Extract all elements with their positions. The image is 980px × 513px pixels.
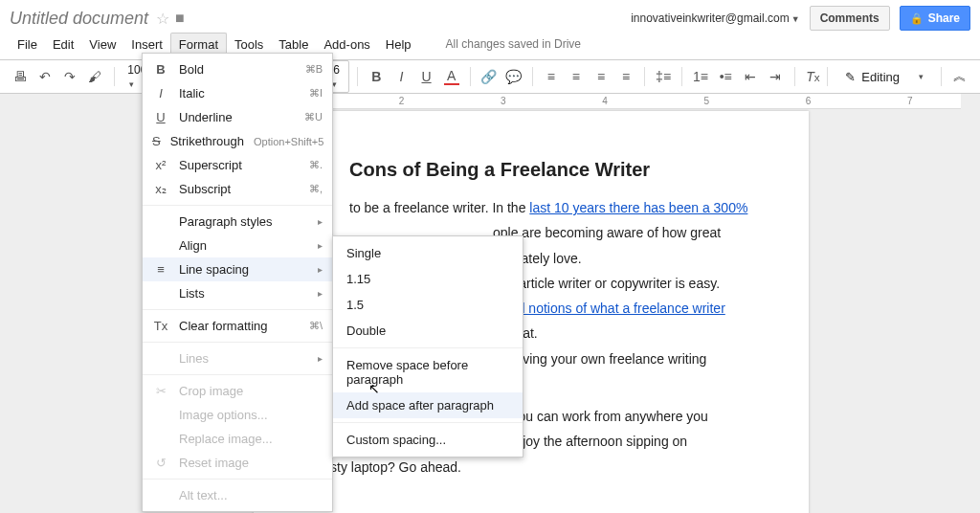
- format-item-bold[interactable]: BBold⌘B: [143, 57, 332, 81]
- doc-title[interactable]: Untitled document: [10, 9, 148, 29]
- format-item-clear-formatting[interactable]: TxClear formatting⌘\: [143, 314, 332, 338]
- text-color-icon[interactable]: A: [441, 64, 462, 89]
- spacing-item-single[interactable]: Single: [333, 240, 523, 266]
- doc-link-2[interactable]: eived notions of what a freelance writer: [493, 301, 725, 316]
- line-spacing-submenu: Single1.151.5DoubleRemove space before p…: [332, 235, 523, 457]
- collapse-toolbar-icon[interactable]: ︽: [949, 64, 970, 89]
- undo-icon[interactable]: ↶: [34, 64, 56, 89]
- format-item-image-options-: Image options...: [143, 403, 332, 427]
- spacing-item-remove-space-before-paragraph[interactable]: Remove space before paragraph: [333, 352, 523, 392]
- print-icon[interactable]: 🖶: [10, 64, 31, 89]
- pencil-icon: ✎: [845, 70, 856, 84]
- paint-format-icon[interactable]: 🖌: [84, 64, 105, 89]
- format-item-underline[interactable]: UUnderline⌘U: [143, 105, 332, 129]
- format-item-reset-image: ↺Reset image: [143, 451, 332, 475]
- format-item-lists[interactable]: Lists▸: [143, 281, 332, 305]
- format-item-subscript[interactable]: x₂Subscript⌘,: [143, 177, 332, 201]
- link-icon[interactable]: 🔗: [479, 64, 500, 89]
- star-icon[interactable]: ☆: [156, 10, 169, 28]
- align-left-icon[interactable]: ≡: [541, 64, 562, 89]
- line-spacing-icon[interactable]: ‡≡: [653, 64, 674, 89]
- format-dropdown: BBold⌘BIItalic⌘IUUnderline⌘USStrikethrou…: [142, 53, 333, 512]
- format-item-superscript[interactable]: x²Superscript⌘.: [143, 153, 332, 177]
- spacing-item-add-space-after-paragraph[interactable]: Add space after paragraph: [333, 392, 523, 418]
- comments-button[interactable]: Comments: [810, 6, 890, 31]
- doc-link-1[interactable]: last 10 years there has been a 300%: [529, 200, 747, 215]
- clear-formatting-icon[interactable]: Tx: [802, 64, 823, 89]
- spacing-item--[interactable]: 1.15: [333, 266, 523, 292]
- lock-icon: 🔒: [910, 12, 924, 25]
- numbered-list-icon[interactable]: 1≡: [690, 64, 711, 89]
- comment-icon[interactable]: 💬: [503, 64, 524, 89]
- editing-mode-button[interactable]: ✎Editing▾: [835, 70, 933, 84]
- folder-icon[interactable]: ■: [175, 10, 185, 27]
- format-item-italic[interactable]: IItalic⌘I: [143, 81, 332, 105]
- format-item-line-spacing[interactable]: ≡Line spacing▸: [143, 257, 332, 281]
- share-button[interactable]: 🔒Share: [900, 6, 970, 31]
- spacing-item--[interactable]: 1.5: [333, 292, 523, 318]
- format-item-crop-image: ✂Crop image: [143, 379, 332, 403]
- format-item-align[interactable]: Align▸: [143, 234, 332, 257]
- redo-icon[interactable]: ↷: [59, 64, 80, 89]
- ruler: 1234567: [249, 94, 961, 109]
- save-status: All changes saved in Drive: [438, 33, 589, 55]
- menu-file[interactable]: File: [10, 33, 45, 56]
- align-justify-icon[interactable]: ≡: [615, 64, 636, 89]
- format-item-replace-image-: Replace image...: [143, 427, 332, 451]
- menu-edit[interactable]: Edit: [45, 33, 81, 56]
- format-item-lines: Lines▸: [143, 346, 332, 370]
- menu-view[interactable]: View: [81, 33, 123, 56]
- italic-icon[interactable]: I: [390, 64, 412, 89]
- user-email[interactable]: innovativeinkwriter@gmail.com▼: [631, 11, 800, 25]
- underline-icon[interactable]: U: [416, 64, 437, 89]
- format-item-paragraph-styles[interactable]: Paragraph styles▸: [143, 210, 332, 234]
- doc-heading: Cons of Being a Freelance Writer: [349, 159, 751, 181]
- bold-icon[interactable]: B: [366, 64, 387, 89]
- align-right-icon[interactable]: ≡: [590, 64, 612, 89]
- align-center-icon[interactable]: ≡: [566, 64, 587, 89]
- outdent-icon[interactable]: ⇤: [740, 64, 761, 89]
- menu-help[interactable]: Help: [378, 33, 419, 56]
- spacing-item-double[interactable]: Double: [333, 318, 523, 344]
- bulleted-list-icon[interactable]: •≡: [715, 64, 736, 89]
- format-item-strikethrough[interactable]: SStrikethroughOption+Shift+5: [143, 129, 332, 153]
- format-item-alt-text-: Alt text...: [143, 483, 332, 507]
- indent-icon[interactable]: ⇥: [765, 64, 786, 89]
- spacing-item-custom-spacing-[interactable]: Custom spacing...: [333, 427, 523, 453]
